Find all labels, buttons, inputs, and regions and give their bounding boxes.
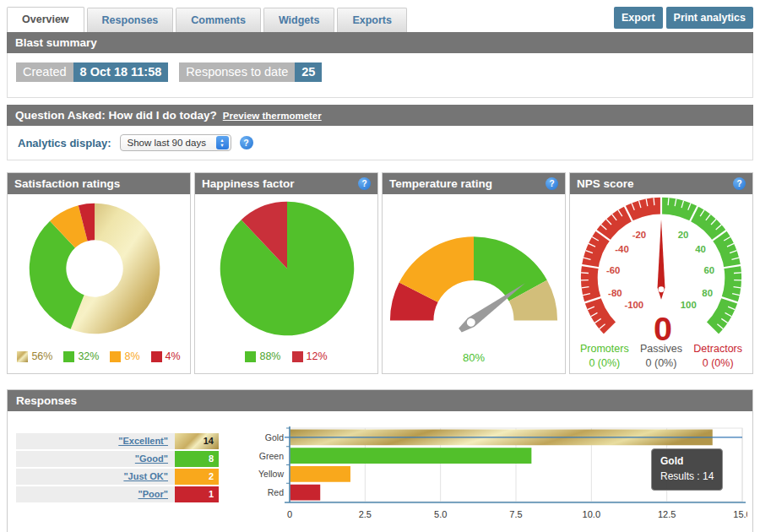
svg-text:7.5: 7.5 (509, 509, 522, 519)
question-title: Question Asked: How did I do today? (15, 109, 217, 122)
nps-title: NPS score (577, 177, 634, 190)
svg-text:Gold: Gold (265, 432, 284, 442)
created-label: Created (16, 62, 73, 82)
export-button[interactable]: Export (614, 7, 663, 29)
bar-tooltip-title: Gold (660, 453, 714, 469)
bar-tooltip-text: Results : 14 (660, 469, 714, 484)
help-icon[interactable]: ? (358, 177, 371, 190)
happiness-title: Happiness factor (202, 177, 295, 190)
tab-responses[interactable]: Responses (87, 8, 174, 32)
responses-body: "Excellent"14"Good"8"Just OK"2"Poor"1 02… (8, 411, 752, 532)
svg-text:2.5: 2.5 (359, 509, 372, 519)
blast-summary-body: Created 8 Oct 18 11:58 Responses to date… (7, 53, 753, 98)
created-value: 8 Oct 18 11:58 (73, 62, 169, 82)
svg-text:100: 100 (681, 300, 697, 310)
svg-text:Red: Red (268, 487, 284, 497)
svg-text:80: 80 (702, 288, 713, 298)
svg-text:5.0: 5.0 (434, 509, 447, 519)
nps-footer-detractors: Detractors0 (0%) (693, 343, 742, 369)
svg-text:0: 0 (287, 509, 292, 519)
top-actions: Export Print analytics (614, 7, 753, 32)
tab-widgets[interactable]: Widgets (263, 8, 335, 32)
happiness-legend: 88%12% (245, 350, 327, 362)
table-row: "Good"8 (16, 451, 219, 467)
blast-summary-header: Blast summary (7, 32, 753, 53)
nps-gauge-chart: -20-40-60-80-100204060801000 (570, 194, 752, 343)
question-section: Question Asked: How did I do today? Prev… (7, 105, 753, 160)
response-label-cell: "Poor" (16, 486, 175, 502)
responses-to-date-value: 25 (295, 62, 322, 82)
temperature-panel: Temperature rating ? 80% (382, 172, 566, 374)
analytics-range-selected: Show last 90 days (128, 138, 206, 148)
svg-text:-100: -100 (624, 300, 643, 310)
svg-text:-80: -80 (608, 288, 622, 298)
table-row: "Excellent"14 (16, 433, 219, 449)
response-link[interactable]: "Good" (135, 453, 168, 464)
response-label-cell: "Good" (16, 451, 175, 467)
svg-text:-60: -60 (606, 265, 620, 275)
nps-panel: NPS score ? -20-40-60-80-100204060801000… (569, 172, 753, 374)
responses-section: Responses "Excellent"14"Good"8"Just OK"2… (7, 389, 753, 532)
legend-label: 12% (307, 350, 328, 362)
satisfaction-donut-chart (8, 194, 190, 345)
responses-to-date-badge: Responses to date 25 (179, 62, 322, 82)
responses-header: Responses (8, 390, 752, 411)
tab-overview[interactable]: Overview (7, 7, 84, 32)
responses-table: "Excellent"14"Good"8"Just OK"2"Poor"1 (16, 433, 219, 526)
analytics-display-row: Analytics display: Show last 90 days ▲▼ … (8, 126, 752, 160)
svg-text:20: 20 (678, 230, 689, 240)
response-link[interactable]: "Poor" (138, 489, 169, 499)
legend-swatch (63, 351, 74, 362)
nps-footer: Promoters0 (0%)Passives0 (0%)Detractors0… (570, 343, 752, 369)
chart-panels: Satisfaction ratings 56%32%8%4% Happines… (7, 172, 753, 374)
legend-label: 88% (259, 350, 280, 362)
happiness-pie-chart (195, 194, 377, 345)
nps-footer-passives: Passives0 (0%) (640, 343, 682, 369)
response-link[interactable]: "Just OK" (123, 471, 168, 481)
legend-label: 4% (166, 350, 181, 362)
svg-text:60: 60 (703, 265, 714, 275)
legend-item: 12% (292, 350, 328, 362)
created-badge: Created 8 Oct 18 11:58 (16, 62, 168, 82)
responses-to-date-label: Responses to date (179, 62, 295, 82)
analytics-range-select[interactable]: Show last 90 days ▲▼ (120, 134, 231, 151)
svg-text:0: 0 (654, 310, 672, 343)
help-icon[interactable]: ? (546, 177, 558, 190)
response-count-cell: 8 (175, 451, 219, 467)
blast-summary-title: Blast summary (15, 36, 97, 49)
svg-text:Green: Green (259, 451, 284, 461)
legend-item: 8% (110, 350, 139, 362)
nps-footer-promoters: Promoters0 (0%) (580, 343, 629, 369)
tab-comments[interactable]: Comments (176, 8, 261, 32)
responses-title: Responses (16, 394, 77, 407)
satisfaction-legend: 56%32%8%4% (17, 350, 180, 362)
legend-label: 8% (124, 350, 139, 362)
tab-strip: OverviewResponsesCommentsWidgetsExports … (7, 7, 753, 32)
select-stepper-icon: ▲▼ (216, 136, 229, 149)
legend-item: 32% (63, 350, 99, 362)
bar-tooltip: Gold Results : 14 (651, 448, 723, 491)
svg-text:-20: -20 (632, 230, 646, 240)
svg-text:Yellow: Yellow (258, 469, 284, 479)
legend-item: 4% (151, 350, 181, 362)
help-icon[interactable]: ? (240, 136, 253, 149)
table-row: "Poor"1 (16, 486, 219, 502)
help-icon[interactable]: ? (733, 177, 746, 190)
legend-label: 32% (78, 350, 99, 362)
legend-item: 56% (17, 350, 52, 362)
legend-item: 88% (245, 350, 280, 362)
print-analytics-button[interactable]: Print analytics (666, 7, 753, 29)
legend-label: 56% (31, 350, 52, 362)
analytics-display-label: Analytics display: (18, 137, 111, 149)
question-header: Question Asked: How did I do today? Prev… (7, 105, 753, 126)
response-link[interactable]: "Excellent" (118, 436, 168, 446)
preview-thermometer-link[interactable]: Preview thermometer (223, 111, 322, 121)
response-label-cell: "Just OK" (16, 469, 175, 485)
svg-text:-40: -40 (615, 244, 628, 254)
response-label-cell: "Excellent" (16, 433, 175, 449)
tab-exports[interactable]: Exports (337, 8, 407, 32)
temperature-title: Temperature rating (389, 177, 492, 190)
response-count-cell: 2 (175, 469, 219, 485)
legend-swatch (110, 351, 121, 362)
table-row: "Just OK"2 (16, 469, 219, 485)
